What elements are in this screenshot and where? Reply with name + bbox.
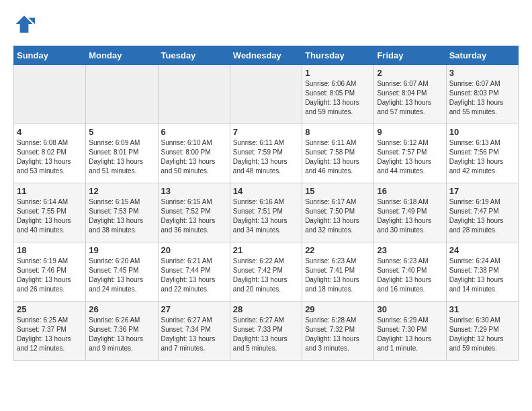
cell-info: Sunrise: 6:06 AM Sunset: 8:05 PM Dayligh… <box>305 79 371 117</box>
calendar-cell: 24Sunrise: 6:24 AM Sunset: 7:38 PM Dayli… <box>446 242 518 302</box>
cell-info: Sunrise: 6:15 AM Sunset: 7:53 PM Dayligh… <box>89 197 154 235</box>
day-number: 23 <box>377 245 443 255</box>
day-number: 13 <box>161 186 227 196</box>
day-number: 3 <box>449 68 515 78</box>
cell-info: Sunrise: 6:24 AM Sunset: 7:38 PM Dayligh… <box>449 257 515 294</box>
cell-info: Sunrise: 6:18 AM Sunset: 7:49 PM Dayligh… <box>377 197 443 235</box>
day-number: 2 <box>377 68 443 78</box>
day-number: 10 <box>449 127 515 137</box>
logo-icon <box>13 13 35 35</box>
day-number: 5 <box>89 127 154 137</box>
calendar-cell: 21Sunrise: 6:22 AM Sunset: 7:42 PM Dayli… <box>230 242 302 302</box>
cell-info: Sunrise: 6:23 AM Sunset: 7:41 PM Dayligh… <box>305 257 371 294</box>
day-number: 4 <box>17 127 83 137</box>
calendar-cell <box>158 65 230 124</box>
calendar-cell: 5Sunrise: 6:09 AM Sunset: 8:01 PM Daylig… <box>86 124 158 183</box>
calendar-cell: 16Sunrise: 6:18 AM Sunset: 7:49 PM Dayli… <box>374 183 446 242</box>
day-number: 15 <box>305 186 371 196</box>
day-number: 31 <box>449 304 515 314</box>
cell-info: Sunrise: 6:12 AM Sunset: 7:57 PM Dayligh… <box>377 138 443 176</box>
day-number: 24 <box>449 245 515 255</box>
day-number: 14 <box>233 186 299 196</box>
calendar-cell: 14Sunrise: 6:16 AM Sunset: 7:51 PM Dayli… <box>230 183 302 242</box>
calendar-cell <box>230 65 302 124</box>
cell-info: Sunrise: 6:19 AM Sunset: 7:46 PM Dayligh… <box>17 257 83 294</box>
calendar-cell: 6Sunrise: 6:10 AM Sunset: 8:00 PM Daylig… <box>158 124 230 183</box>
calendar-cell: 10Sunrise: 6:13 AM Sunset: 7:56 PM Dayli… <box>446 124 518 183</box>
weekday-header-tuesday: Tuesday <box>158 46 230 65</box>
calendar-cell: 30Sunrise: 6:29 AM Sunset: 7:30 PM Dayli… <box>374 302 446 361</box>
calendar-cell: 17Sunrise: 6:19 AM Sunset: 7:47 PM Dayli… <box>446 183 518 242</box>
day-number: 22 <box>305 245 371 255</box>
day-number: 8 <box>305 127 371 137</box>
calendar-cell: 22Sunrise: 6:23 AM Sunset: 7:41 PM Dayli… <box>302 242 374 302</box>
cell-info: Sunrise: 6:27 AM Sunset: 7:34 PM Dayligh… <box>161 316 227 353</box>
calendar-header: SundayMondayTuesdayWednesdayThursdayFrid… <box>14 46 519 65</box>
day-number: 26 <box>89 304 154 314</box>
calendar-cell: 25Sunrise: 6:25 AM Sunset: 7:37 PM Dayli… <box>14 302 86 361</box>
calendar-cell: 18Sunrise: 6:19 AM Sunset: 7:46 PM Dayli… <box>14 242 86 302</box>
weekday-header-thursday: Thursday <box>302 46 374 65</box>
calendar-cell: 28Sunrise: 6:27 AM Sunset: 7:33 PM Dayli… <box>230 302 302 361</box>
cell-info: Sunrise: 6:11 AM Sunset: 7:59 PM Dayligh… <box>233 138 299 176</box>
cell-info: Sunrise: 6:21 AM Sunset: 7:44 PM Dayligh… <box>161 257 227 294</box>
day-number: 29 <box>305 304 371 314</box>
cell-info: Sunrise: 6:14 AM Sunset: 7:55 PM Dayligh… <box>17 197 83 235</box>
cell-info: Sunrise: 6:07 AM Sunset: 8:03 PM Dayligh… <box>449 79 515 117</box>
day-number: 25 <box>17 304 83 314</box>
day-number: 20 <box>161 245 227 255</box>
cell-info: Sunrise: 6:09 AM Sunset: 8:01 PM Dayligh… <box>89 138 154 176</box>
calendar-cell: 15Sunrise: 6:17 AM Sunset: 7:50 PM Dayli… <box>302 183 374 242</box>
cell-info: Sunrise: 6:11 AM Sunset: 7:58 PM Dayligh… <box>305 138 371 176</box>
day-number: 6 <box>161 127 227 137</box>
page-header <box>13 13 519 35</box>
logo <box>13 13 38 35</box>
calendar-cell: 20Sunrise: 6:21 AM Sunset: 7:44 PM Dayli… <box>158 242 230 302</box>
cell-info: Sunrise: 6:20 AM Sunset: 7:45 PM Dayligh… <box>89 257 154 294</box>
calendar-cell: 11Sunrise: 6:14 AM Sunset: 7:55 PM Dayli… <box>14 183 86 242</box>
calendar-cell: 1Sunrise: 6:06 AM Sunset: 8:05 PM Daylig… <box>302 65 374 124</box>
cell-info: Sunrise: 6:29 AM Sunset: 7:30 PM Dayligh… <box>377 316 443 353</box>
calendar-body: 1Sunrise: 6:06 AM Sunset: 8:05 PM Daylig… <box>14 65 519 361</box>
weekday-header-monday: Monday <box>86 46 158 65</box>
cell-info: Sunrise: 6:13 AM Sunset: 7:56 PM Dayligh… <box>449 138 515 176</box>
calendar-cell <box>14 65 86 124</box>
day-number: 18 <box>17 245 83 255</box>
cell-info: Sunrise: 6:16 AM Sunset: 7:51 PM Dayligh… <box>233 197 299 235</box>
cell-info: Sunrise: 6:10 AM Sunset: 8:00 PM Dayligh… <box>161 138 227 176</box>
cell-info: Sunrise: 6:27 AM Sunset: 7:33 PM Dayligh… <box>233 316 299 353</box>
cell-info: Sunrise: 6:15 AM Sunset: 7:52 PM Dayligh… <box>161 197 227 235</box>
calendar-cell: 12Sunrise: 6:15 AM Sunset: 7:53 PM Dayli… <box>86 183 158 242</box>
cell-info: Sunrise: 6:28 AM Sunset: 7:32 PM Dayligh… <box>305 316 371 353</box>
cell-info: Sunrise: 6:22 AM Sunset: 7:42 PM Dayligh… <box>233 257 299 294</box>
day-number: 7 <box>233 127 299 137</box>
cell-info: Sunrise: 6:08 AM Sunset: 8:02 PM Dayligh… <box>17 138 83 176</box>
calendar-table: SundayMondayTuesdayWednesdayThursdayFrid… <box>13 46 519 361</box>
day-number: 30 <box>377 304 443 314</box>
day-number: 1 <box>305 68 371 78</box>
cell-info: Sunrise: 6:25 AM Sunset: 7:37 PM Dayligh… <box>17 316 83 353</box>
weekday-header-saturday: Saturday <box>446 46 518 65</box>
weekday-header-wednesday: Wednesday <box>230 46 302 65</box>
day-number: 16 <box>377 186 443 196</box>
day-number: 11 <box>17 186 83 196</box>
calendar-cell: 13Sunrise: 6:15 AM Sunset: 7:52 PM Dayli… <box>158 183 230 242</box>
day-number: 27 <box>161 304 227 314</box>
weekday-header-sunday: Sunday <box>14 46 86 65</box>
day-number: 28 <box>233 304 299 314</box>
calendar-cell: 23Sunrise: 6:23 AM Sunset: 7:40 PM Dayli… <box>374 242 446 302</box>
calendar-week-row: 18Sunrise: 6:19 AM Sunset: 7:46 PM Dayli… <box>14 242 519 302</box>
cell-info: Sunrise: 6:17 AM Sunset: 7:50 PM Dayligh… <box>305 197 371 235</box>
calendar-cell: 27Sunrise: 6:27 AM Sunset: 7:34 PM Dayli… <box>158 302 230 361</box>
day-number: 9 <box>377 127 443 137</box>
calendar-cell: 9Sunrise: 6:12 AM Sunset: 7:57 PM Daylig… <box>374 124 446 183</box>
day-number: 19 <box>89 245 154 255</box>
calendar-cell: 2Sunrise: 6:07 AM Sunset: 8:04 PM Daylig… <box>374 65 446 124</box>
calendar-cell: 8Sunrise: 6:11 AM Sunset: 7:58 PM Daylig… <box>302 124 374 183</box>
calendar-cell: 4Sunrise: 6:08 AM Sunset: 8:02 PM Daylig… <box>14 124 86 183</box>
calendar-week-row: 11Sunrise: 6:14 AM Sunset: 7:55 PM Dayli… <box>14 183 519 242</box>
calendar-cell: 29Sunrise: 6:28 AM Sunset: 7:32 PM Dayli… <box>302 302 374 361</box>
calendar-cell: 31Sunrise: 6:30 AM Sunset: 7:29 PM Dayli… <box>446 302 518 361</box>
calendar-cell <box>86 65 158 124</box>
cell-info: Sunrise: 6:19 AM Sunset: 7:47 PM Dayligh… <box>449 197 515 235</box>
